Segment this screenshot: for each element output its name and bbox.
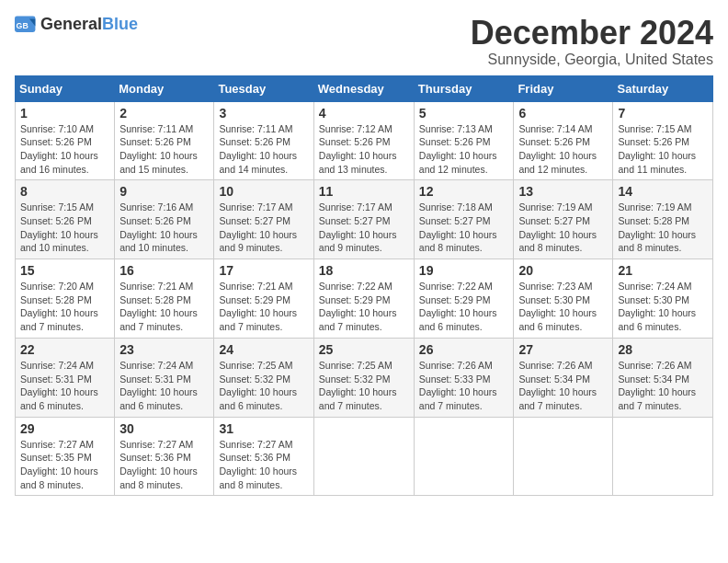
day-info: Sunrise: 7:19 AMSunset: 5:27 PMDaylight:…	[518, 201, 608, 255]
calendar-cell: 20Sunrise: 7:23 AMSunset: 5:30 PMDayligh…	[514, 259, 613, 339]
day-number: 12	[419, 184, 509, 199]
calendar-week-row: 15Sunrise: 7:20 AMSunset: 5:28 PMDayligh…	[16, 259, 713, 339]
day-number: 17	[219, 263, 308, 278]
day-info: Sunrise: 7:25 AMSunset: 5:32 PMDaylight:…	[319, 359, 409, 413]
day-number: 8	[20, 184, 109, 199]
logo-general: General	[40, 15, 102, 33]
day-info: Sunrise: 7:24 AMSunset: 5:31 PMDaylight:…	[119, 359, 209, 413]
day-number: 13	[518, 184, 608, 199]
svg-text:GB: GB	[17, 21, 28, 30]
day-info: Sunrise: 7:25 AMSunset: 5:32 PMDaylight:…	[219, 359, 308, 413]
day-number: 21	[618, 263, 708, 278]
day-info: Sunrise: 7:26 AMSunset: 5:34 PMDaylight:…	[518, 359, 608, 413]
calendar-cell	[414, 417, 514, 496]
day-info: Sunrise: 7:19 AMSunset: 5:28 PMDaylight:…	[618, 201, 708, 255]
calendar-cell: 30Sunrise: 7:27 AMSunset: 5:36 PMDayligh…	[115, 417, 214, 496]
day-number: 29	[20, 421, 109, 436]
title-area: December 2024 Sunnyside, Georgia, United…	[471, 15, 713, 68]
calendar-week-row: 8Sunrise: 7:15 AMSunset: 5:26 PMDaylight…	[16, 180, 713, 259]
calendar-cell: 31Sunrise: 7:27 AMSunset: 5:36 PMDayligh…	[214, 417, 313, 496]
day-number: 27	[518, 342, 608, 357]
day-number: 30	[119, 421, 209, 436]
day-number: 10	[219, 184, 308, 199]
day-number: 3	[219, 106, 308, 121]
calendar-cell: 7Sunrise: 7:15 AMSunset: 5:26 PMDaylight…	[613, 101, 713, 180]
day-info: Sunrise: 7:18 AMSunset: 5:27 PMDaylight:…	[419, 201, 509, 255]
day-number: 15	[20, 263, 109, 278]
calendar-cell: 29Sunrise: 7:27 AMSunset: 5:35 PMDayligh…	[16, 417, 115, 496]
calendar-cell: 2Sunrise: 7:11 AMSunset: 5:26 PMDaylight…	[115, 101, 214, 180]
calendar-header-tuesday: Tuesday	[214, 75, 313, 101]
calendar-cell: 26Sunrise: 7:26 AMSunset: 5:33 PMDayligh…	[414, 338, 514, 417]
day-number: 16	[119, 263, 209, 278]
calendar-week-row: 22Sunrise: 7:24 AMSunset: 5:31 PMDayligh…	[16, 338, 713, 417]
calendar-cell: 3Sunrise: 7:11 AMSunset: 5:26 PMDaylight…	[214, 101, 313, 180]
calendar-cell: 16Sunrise: 7:21 AMSunset: 5:28 PMDayligh…	[115, 259, 214, 339]
calendar-cell: 22Sunrise: 7:24 AMSunset: 5:31 PMDayligh…	[16, 338, 115, 417]
calendar-header-friday: Friday	[514, 75, 613, 101]
calendar-cell	[514, 417, 613, 496]
calendar-cell: 10Sunrise: 7:17 AMSunset: 5:27 PMDayligh…	[214, 180, 313, 259]
day-number: 7	[618, 106, 708, 121]
calendar-cell: 24Sunrise: 7:25 AMSunset: 5:32 PMDayligh…	[214, 338, 313, 417]
calendar-header-wednesday: Wednesday	[313, 75, 414, 101]
day-number: 9	[119, 184, 209, 199]
day-number: 31	[219, 421, 308, 436]
calendar-cell	[313, 417, 414, 496]
calendar-header-thursday: Thursday	[414, 75, 514, 101]
day-info: Sunrise: 7:26 AMSunset: 5:33 PMDaylight:…	[419, 359, 509, 413]
calendar-cell: 4Sunrise: 7:12 AMSunset: 5:26 PMDaylight…	[313, 101, 414, 180]
day-number: 18	[319, 263, 409, 278]
day-number: 24	[219, 342, 308, 357]
day-info: Sunrise: 7:21 AMSunset: 5:28 PMDaylight:…	[119, 280, 209, 334]
calendar-cell: 14Sunrise: 7:19 AMSunset: 5:28 PMDayligh…	[613, 180, 713, 259]
calendar-cell: 9Sunrise: 7:16 AMSunset: 5:26 PMDaylight…	[115, 180, 214, 259]
day-info: Sunrise: 7:15 AMSunset: 5:26 PMDaylight:…	[20, 201, 109, 255]
day-info: Sunrise: 7:23 AMSunset: 5:30 PMDaylight:…	[518, 280, 608, 334]
calendar-header-sunday: Sunday	[16, 75, 115, 101]
calendar-cell: 23Sunrise: 7:24 AMSunset: 5:31 PMDayligh…	[115, 338, 214, 417]
calendar-cell: 25Sunrise: 7:25 AMSunset: 5:32 PMDayligh…	[313, 338, 414, 417]
calendar-cell: 19Sunrise: 7:22 AMSunset: 5:29 PMDayligh…	[414, 259, 514, 339]
calendar-cell: 28Sunrise: 7:26 AMSunset: 5:34 PMDayligh…	[613, 338, 713, 417]
calendar-week-row: 1Sunrise: 7:10 AMSunset: 5:26 PMDaylight…	[16, 101, 713, 180]
day-info: Sunrise: 7:16 AMSunset: 5:26 PMDaylight:…	[119, 201, 209, 255]
calendar-cell: 17Sunrise: 7:21 AMSunset: 5:29 PMDayligh…	[214, 259, 313, 339]
calendar-cell: 18Sunrise: 7:22 AMSunset: 5:29 PMDayligh…	[313, 259, 414, 339]
day-number: 19	[419, 263, 509, 278]
day-number: 26	[419, 342, 509, 357]
calendar-table: SundayMondayTuesdayWednesdayThursdayFrid…	[15, 75, 713, 497]
day-info: Sunrise: 7:27 AMSunset: 5:36 PMDaylight:…	[219, 438, 308, 492]
logo: GB GeneralBlue	[15, 15, 138, 34]
day-info: Sunrise: 7:15 AMSunset: 5:26 PMDaylight:…	[618, 122, 708, 177]
day-info: Sunrise: 7:27 AMSunset: 5:36 PMDaylight:…	[119, 438, 209, 492]
day-info: Sunrise: 7:21 AMSunset: 5:29 PMDaylight:…	[219, 280, 308, 334]
day-number: 25	[319, 342, 409, 357]
day-info: Sunrise: 7:26 AMSunset: 5:34 PMDaylight:…	[618, 359, 708, 413]
day-number: 14	[618, 184, 708, 199]
calendar-cell: 6Sunrise: 7:14 AMSunset: 5:26 PMDaylight…	[514, 101, 613, 180]
logo-blue: Blue	[102, 15, 138, 33]
day-number: 28	[618, 342, 708, 357]
location-title: Sunnyside, Georgia, United States	[471, 52, 713, 68]
calendar-cell: 21Sunrise: 7:24 AMSunset: 5:30 PMDayligh…	[613, 259, 713, 339]
day-info: Sunrise: 7:11 AMSunset: 5:26 PMDaylight:…	[219, 122, 308, 177]
day-number: 6	[518, 106, 608, 121]
calendar-header-row: SundayMondayTuesdayWednesdayThursdayFrid…	[16, 75, 713, 101]
day-info: Sunrise: 7:27 AMSunset: 5:35 PMDaylight:…	[20, 438, 109, 492]
day-info: Sunrise: 7:24 AMSunset: 5:31 PMDaylight:…	[20, 359, 109, 413]
day-info: Sunrise: 7:17 AMSunset: 5:27 PMDaylight:…	[319, 201, 409, 255]
day-number: 1	[20, 106, 109, 121]
day-info: Sunrise: 7:11 AMSunset: 5:26 PMDaylight:…	[119, 122, 209, 177]
day-info: Sunrise: 7:10 AMSunset: 5:26 PMDaylight:…	[20, 122, 109, 177]
day-info: Sunrise: 7:22 AMSunset: 5:29 PMDaylight:…	[319, 280, 409, 334]
day-number: 4	[319, 106, 409, 121]
day-info: Sunrise: 7:20 AMSunset: 5:28 PMDaylight:…	[20, 280, 109, 334]
calendar-body: 1Sunrise: 7:10 AMSunset: 5:26 PMDaylight…	[16, 101, 713, 496]
day-number: 5	[419, 106, 509, 121]
calendar-week-row: 29Sunrise: 7:27 AMSunset: 5:35 PMDayligh…	[16, 417, 713, 496]
calendar-cell: 1Sunrise: 7:10 AMSunset: 5:26 PMDaylight…	[16, 101, 115, 180]
calendar-cell: 5Sunrise: 7:13 AMSunset: 5:26 PMDaylight…	[414, 101, 514, 180]
calendar-cell: 11Sunrise: 7:17 AMSunset: 5:27 PMDayligh…	[313, 180, 414, 259]
calendar-header-saturday: Saturday	[613, 75, 713, 101]
